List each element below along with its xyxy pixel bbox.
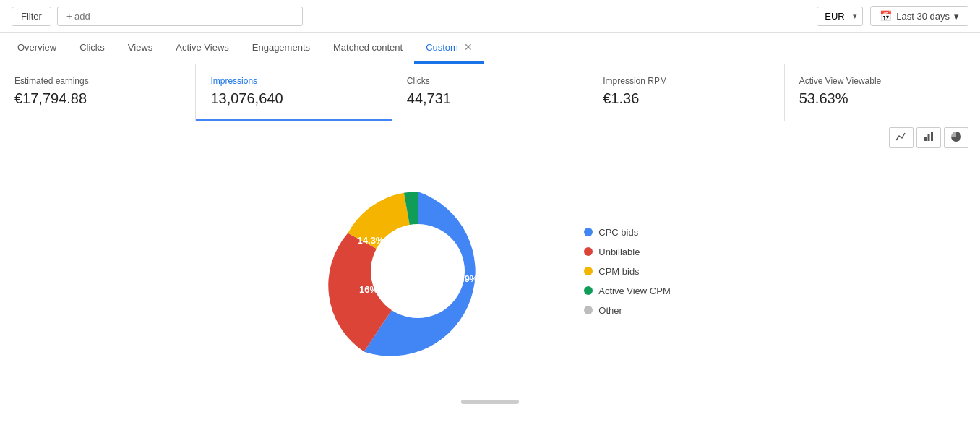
stat-value-active-view-viewable: 53.63% bbox=[799, 90, 966, 107]
legend-dot-other bbox=[584, 306, 593, 314]
pie-chart-button[interactable] bbox=[944, 127, 968, 148]
stat-card-active-view-viewable[interactable]: Active View Viewable 53.63% bbox=[785, 64, 980, 121]
tab-views[interactable]: Views bbox=[116, 33, 164, 64]
tabs-bar: Overview Clicks Views Active Views Engag… bbox=[0, 33, 980, 64]
tab-clicks-label: Clicks bbox=[79, 42, 105, 53]
cpc-label: 66.9% bbox=[452, 273, 478, 284]
stat-value-clicks: 44,731 bbox=[407, 90, 573, 107]
line-chart-icon bbox=[895, 133, 907, 145]
stat-card-impression-rpm[interactable]: Impression RPM €1.36 bbox=[588, 64, 784, 121]
stat-label-clicks: Clicks bbox=[407, 76, 573, 86]
tab-active-views[interactable]: Active Views bbox=[164, 33, 240, 64]
top-bar: Filter EUR USD GBP 📅 Last 30 days ▾ bbox=[0, 0, 980, 33]
tab-views-label: Views bbox=[128, 42, 152, 53]
stat-label-active-view-viewable: Active View Viewable bbox=[799, 76, 966, 86]
legend-dot-active-view-cpm bbox=[584, 286, 593, 295]
stat-label-impression-rpm: Impression RPM bbox=[603, 76, 769, 86]
legend-dot-cpc bbox=[584, 228, 593, 236]
svg-rect-1 bbox=[928, 134, 930, 141]
donut-section: 66.9% 16% 14.3% CPC bids Unbillable CPM … bbox=[0, 148, 980, 394]
filter-button[interactable]: Filter bbox=[12, 7, 51, 26]
svg-rect-0 bbox=[924, 137, 927, 141]
tab-matched-content-label: Matched content bbox=[333, 42, 403, 53]
legend-label-active-view-cpm: Active View CPM bbox=[598, 286, 670, 296]
legend-label-cpm: CPM bids bbox=[598, 266, 639, 277]
date-range-label: Last 30 days bbox=[896, 11, 950, 22]
date-range-chevron-icon: ▾ bbox=[954, 11, 959, 22]
chart-legend: CPC bids Unbillable CPM bids Active View… bbox=[584, 227, 670, 316]
line-chart-button[interactable] bbox=[889, 127, 914, 148]
legend-item-unbillable: Unbillable bbox=[584, 246, 670, 257]
legend-item-cpm: CPM bids bbox=[584, 266, 670, 277]
legend-label-cpc: CPC bids bbox=[598, 227, 638, 238]
pie-chart-icon bbox=[950, 133, 962, 145]
stat-value-estimated-earnings: €17,794.88 bbox=[14, 90, 181, 107]
tab-overview[interactable]: Overview bbox=[6, 33, 68, 64]
date-range-button[interactable]: 📅 Last 30 days ▾ bbox=[870, 6, 968, 26]
bar-chart-icon bbox=[923, 133, 934, 145]
legend-item-active-view-cpm: Active View CPM bbox=[584, 286, 670, 296]
calendar-icon: 📅 bbox=[880, 10, 892, 22]
bar-chart-button[interactable] bbox=[916, 127, 941, 148]
tab-custom-label: Custom bbox=[426, 42, 458, 53]
legend-item-cpc: CPC bids bbox=[584, 227, 670, 238]
tab-clicks[interactable]: Clicks bbox=[68, 33, 116, 64]
top-bar-right: EUR USD GBP 📅 Last 30 days ▾ bbox=[817, 6, 968, 26]
stat-card-estimated-earnings[interactable]: Estimated earnings €17,794.88 bbox=[0, 64, 196, 121]
scroll-indicator bbox=[461, 400, 519, 404]
tab-engagements[interactable]: Engagements bbox=[241, 33, 322, 64]
stat-card-clicks[interactable]: Clicks 44,731 bbox=[392, 64, 588, 121]
legend-item-other: Other bbox=[584, 305, 670, 316]
tab-custom[interactable]: Custom ✕ bbox=[414, 33, 484, 64]
chart-toolbar bbox=[0, 121, 980, 148]
donut-hole bbox=[371, 224, 465, 318]
stat-card-impressions[interactable]: Impressions 13,076,640 bbox=[196, 64, 392, 121]
donut-chart: 66.9% 16% 14.3% bbox=[309, 163, 526, 380]
tab-custom-close-icon[interactable]: ✕ bbox=[464, 41, 473, 53]
stat-label-estimated-earnings: Estimated earnings bbox=[14, 76, 181, 86]
currency-dropdown-wrapper[interactable]: EUR USD GBP bbox=[817, 7, 863, 26]
legend-dot-unbillable bbox=[584, 247, 593, 256]
legend-dot-cpm bbox=[584, 267, 593, 275]
unbillable-label: 16% bbox=[359, 284, 378, 295]
stats-row: Estimated earnings €17,794.88 Impression… bbox=[0, 64, 980, 121]
currency-select[interactable]: EUR USD GBP bbox=[817, 7, 863, 26]
tab-active-views-label: Active Views bbox=[176, 42, 228, 53]
svg-rect-2 bbox=[931, 132, 933, 141]
cpm-label: 14.3% bbox=[358, 235, 384, 246]
legend-label-other: Other bbox=[598, 305, 622, 316]
tab-matched-content[interactable]: Matched content bbox=[322, 33, 414, 64]
stat-value-impression-rpm: €1.36 bbox=[603, 90, 769, 107]
stat-label-impressions: Impressions bbox=[210, 76, 377, 86]
filter-input[interactable] bbox=[57, 7, 303, 26]
tab-engagements-label: Engagements bbox=[252, 42, 310, 53]
stat-value-impressions: 13,076,640 bbox=[210, 90, 377, 107]
top-bar-left: Filter bbox=[12, 7, 303, 26]
legend-label-unbillable: Unbillable bbox=[598, 246, 640, 257]
tab-overview-label: Overview bbox=[17, 42, 56, 53]
